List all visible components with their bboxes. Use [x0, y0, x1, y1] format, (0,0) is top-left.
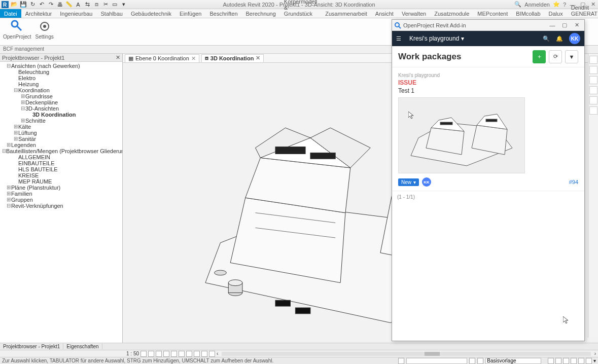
tree-expander-icon[interactable]: ⊟ [2, 148, 6, 154]
3d-icon[interactable]: ⧈ [93, 1, 100, 8]
drag-elements-icon[interactable] [578, 358, 584, 364]
user-avatar[interactable]: KK [569, 33, 580, 44]
detail-level-icon[interactable] [140, 351, 147, 357]
tree-row[interactable]: ⊞Pläne (Planstruktur) [0, 185, 122, 191]
tree-row[interactable]: ⊞Sanitär [0, 136, 122, 142]
add-work-package-button[interactable]: ＋ [533, 50, 546, 63]
work-package-card[interactable]: Kresi's playground ISSUE Test 1 [392, 67, 584, 191]
tree-row[interactable]: ⊟Bauteillisten/Mengen (Projektbrowser Gl… [0, 148, 122, 154]
ribbon-tab-beschriften[interactable]: Beschriften [206, 9, 242, 18]
orbit-icon[interactable] [589, 106, 597, 115]
rendering-icon[interactable] [171, 351, 177, 357]
chevron-right-icon[interactable]: › [594, 351, 596, 356]
chevron-left-icon[interactable]: ‹ [217, 351, 218, 356]
tree-row[interactable]: HLS BAUTEILE [0, 166, 122, 172]
view-tab-3dkoord[interactable]: ⧈ 3D Koordination ✕ [201, 54, 264, 62]
visual-style-icon[interactable] [148, 351, 154, 357]
tree-row[interactable]: ⊞Grundrisse [0, 93, 122, 99]
tree-expander-icon[interactable]: ⊞ [13, 130, 18, 136]
signin-link[interactable]: Anmelden [524, 2, 550, 8]
ribbon-tab-zusammenarbeit[interactable]: Zusammenarbeit [321, 9, 371, 18]
tree-expander-icon[interactable]: ⊟ [6, 203, 11, 209]
search-icon[interactable]: 🔍 [514, 1, 521, 8]
tree-expander-icon[interactable]: ⊞ [20, 118, 25, 124]
ribbon-tab-stahlbau[interactable]: Stahlbau [97, 9, 127, 18]
bottom-tab-projektbrowser[interactable]: Projektbrowser - Projekt1 [0, 344, 63, 349]
ribbon-tab-verwalten[interactable]: Verwalten [398, 9, 430, 18]
select-underlay-icon[interactable] [555, 358, 561, 364]
addin-maximize-icon[interactable]: ▢ [559, 21, 570, 30]
tree-row[interactable]: ⊟Revit-Verknüpfungen [0, 203, 122, 209]
dim-icon[interactable]: ⇆ [84, 1, 91, 8]
ribbon-button-openproject[interactable]: OpenProject [3, 19, 31, 44]
tree-expander-icon[interactable]: ⊞ [6, 197, 11, 203]
select-pinned-icon[interactable] [563, 358, 569, 364]
tree-row[interactable]: MEP RÄUME [0, 178, 122, 185]
assignee-avatar[interactable]: KK [422, 177, 431, 187]
undo-icon[interactable]: ↶ [38, 1, 45, 8]
tree-expander-icon[interactable]: ⊟ [20, 105, 25, 112]
select-face-icon[interactable] [571, 358, 577, 364]
view-tab-ebene0[interactable]: ▦ Ebene 0 Koordination ✕ [125, 54, 199, 62]
ribbon-tab-mepcontent[interactable]: MEPcontent [473, 9, 512, 18]
favorites-icon[interactable]: ⭐ [553, 1, 560, 8]
tree-row[interactable]: ⊟Koordination [0, 87, 122, 93]
tree-expander-icon[interactable]: ⊟ [13, 87, 18, 93]
tree-row[interactable]: ⊞Legenden [0, 142, 122, 148]
tree-row[interactable]: ALLGEMEIN [0, 154, 122, 160]
close-hidden-icon[interactable]: ▾ [120, 1, 127, 8]
temp-hide-icon[interactable] [201, 351, 207, 357]
addin-minimize-icon[interactable]: — [547, 21, 558, 30]
ribbon-tab-dendrit[interactable]: Dendrit GENERATION [567, 3, 598, 18]
nav-home-icon[interactable] [589, 56, 597, 64]
ribbon-tab-datei[interactable]: Datei [0, 9, 21, 18]
tree-expander-icon[interactable]: ⊟ [6, 63, 11, 69]
tree-expander-icon[interactable]: ⊞ [20, 93, 25, 99]
wp-id[interactable]: #94 [569, 179, 578, 185]
ribbon-tab-ansicht[interactable]: Ansicht [371, 9, 398, 18]
chevron-down-icon[interactable]: ▾ [593, 358, 596, 363]
crop-view-icon[interactable] [179, 351, 185, 357]
tree-row[interactable]: ⊞Familien [0, 191, 122, 197]
design-options-icon[interactable] [477, 358, 483, 364]
section-icon[interactable]: ✂ [102, 1, 109, 8]
refresh-button[interactable]: ⟳ [549, 50, 562, 63]
ribbon-tab-ingenieurbau[interactable]: Ingenieurbau [56, 9, 96, 18]
filter-button[interactable]: ▼ [565, 50, 578, 63]
ribbon-tab-gebaeudetechnik[interactable]: Gebäudetechnik [127, 9, 175, 18]
view-cube-icon[interactable] [589, 66, 597, 74]
sun-path-icon[interactable] [156, 351, 162, 357]
panel-close-icon[interactable]: ✕ [116, 54, 120, 61]
tree-row[interactable]: KREISE [0, 172, 122, 178]
zoom-icon[interactable] [589, 96, 597, 104]
tree-row[interactable]: ⊞Schnitte [0, 118, 122, 124]
status-input[interactable] [406, 358, 467, 364]
ribbon-tab-zusatzmodule[interactable]: Zusatzmodule [430, 9, 473, 18]
addin-titlebar[interactable]: OpenProject Revit Add-in — ▢ ✕ [392, 20, 584, 31]
status-badge[interactable]: New ▾ [398, 178, 419, 186]
crop-region-icon[interactable] [186, 351, 192, 357]
help-icon[interactable]: ? [563, 2, 566, 8]
save-icon[interactable]: 💾 [20, 1, 27, 8]
reveal-hidden-icon[interactable] [209, 351, 215, 357]
tree-row[interactable]: ⊟Ansichten (nach Gewerken) [0, 63, 122, 69]
ribbon-tab-architektur[interactable]: Architektur [21, 9, 56, 18]
project-selector[interactable]: Kresi's playground ▾ [409, 35, 464, 42]
thin-lines-icon[interactable]: ▭ [111, 1, 118, 8]
tab-close-icon[interactable]: ✕ [191, 55, 196, 62]
tree-expander-icon[interactable]: ⊞ [6, 142, 11, 148]
tree-expander-icon[interactable]: ⊞ [6, 185, 11, 191]
tree-expander-icon[interactable]: ⊞ [13, 136, 18, 142]
filter-icon[interactable] [586, 358, 592, 364]
ribbon-button-settings[interactable]: Settings [36, 19, 54, 44]
tree-expander-icon[interactable]: ⊞ [6, 191, 11, 197]
sync-icon[interactable]: ↻ [29, 1, 36, 8]
shadows-icon[interactable] [163, 351, 169, 357]
lock-3d-icon[interactable] [194, 351, 200, 357]
tree-row[interactable]: Elektro [0, 75, 122, 81]
redo-icon[interactable]: ↷ [47, 1, 54, 8]
tree-row[interactable]: ⊟3D-Ansichten [0, 105, 122, 112]
editable-only-icon[interactable] [469, 358, 475, 364]
ribbon-tab-berechnung[interactable]: Berechnung [242, 9, 280, 18]
work-packages-list[interactable]: Kresi's playground ISSUE Test 1 [392, 67, 584, 341]
